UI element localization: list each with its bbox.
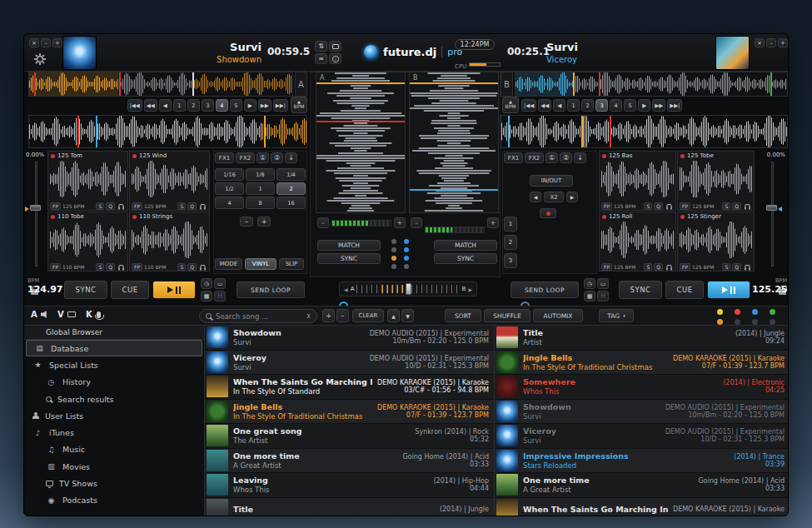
transport-button[interactable]: 1 (567, 99, 580, 112)
loop-plus-button[interactable]: + (257, 217, 271, 227)
transport-button[interactable]: ◀◀ (538, 99, 551, 112)
track-row[interactable]: One great song The Artist Synkron (2014)… (205, 424, 494, 449)
loop-fraction-button[interactable]: 2 (276, 182, 306, 195)
sample-fp-button[interactable]: FP (132, 202, 142, 210)
crossfader[interactable]: ◀ A B ▶ (339, 281, 477, 296)
deck-a-cue-button[interactable]: CUE (111, 281, 149, 299)
track-row[interactable]: Showdown Survi DEMO AUDIO (2015) | Exper… (205, 326, 494, 351)
window-button[interactable]: – (41, 38, 51, 47)
midi-icon[interactable]: ⇅ (315, 41, 327, 52)
clock-icon[interactable]: ◷ (584, 278, 595, 289)
loop-memory-button[interactable]: 1 (504, 217, 517, 232)
track-row[interactable]: Somewhere Whos This (2014) | Electronic … (495, 375, 789, 400)
sample-s-button[interactable]: S (96, 202, 104, 210)
volume-a-minus-button[interactable]: – (317, 217, 329, 228)
transport-button[interactable]: |◀◀ (127, 99, 142, 112)
deck-b-fx-slot2-button[interactable]: ② (560, 152, 572, 163)
transport-button[interactable]: ▶▶| (667, 99, 682, 112)
sidebar-item[interactable]: User Lists (24, 407, 204, 424)
settings-gear-icon[interactable] (34, 52, 46, 68)
sidebar-item[interactable]: TV Shows (24, 475, 204, 491)
sample-slot[interactable]: 125 Tobe FP 125 BPM S Q (677, 151, 755, 211)
tag-color-dot[interactable] (770, 309, 775, 315)
deck-b-pitch-handle[interactable] (766, 205, 777, 211)
sample-fp-button[interactable]: FP (680, 202, 690, 210)
transport-button[interactable]: ▶ (638, 99, 650, 112)
deck-a-fx2-button[interactable]: FX2 (236, 152, 255, 163)
sample-headphones-icon[interactable] (666, 264, 672, 269)
transport-button[interactable]: ◀ (159, 99, 172, 112)
monitor-v-toggle[interactable]: V (57, 310, 76, 319)
shuffle-button[interactable]: SHUFFLE (484, 309, 531, 322)
loop-fraction-button[interactable]: 1/4 (276, 168, 306, 181)
transport-button[interactable]: |◀◀ (521, 99, 536, 112)
sample-fp-button[interactable]: FP (50, 202, 61, 210)
loop-fraction-button[interactable]: 1 (246, 182, 275, 195)
transport-button[interactable]: ▶▶ (258, 99, 271, 112)
deck-a-album-art[interactable] (62, 36, 97, 70)
track-row[interactable]: Impressive Impressions Stars Reloaded (2… (495, 449, 789, 474)
sample-slot[interactable]: 125 Roll FP 125 BPM S Q (599, 212, 676, 271)
tag-dropdown[interactable]: TAG▾ (599, 309, 634, 322)
clear-button[interactable]: CLEAR (352, 309, 384, 322)
volume-b-plus-button[interactable]: + (487, 217, 499, 228)
deck-b-play-button[interactable] (707, 281, 750, 299)
deck-a-pitch-slider[interactable] (35, 162, 37, 266)
sample-fp-button[interactable]: FP (601, 263, 612, 271)
transport-button[interactable]: 2 (581, 99, 594, 112)
transport-button[interactable]: 4 (610, 99, 622, 112)
deck-b-album-art[interactable] (715, 36, 750, 70)
match-a-button[interactable]: MATCH (317, 240, 381, 251)
transport-button[interactable]: 4 (216, 99, 228, 112)
sample-q-button[interactable]: Q (187, 202, 197, 210)
vinyl-button[interactable]: VINYL (245, 258, 276, 270)
sample-fp-button[interactable]: FP (601, 202, 612, 210)
deck-b-send-loop-button[interactable]: SEND LOOP (511, 281, 579, 298)
sidebar-item[interactable]: ◉ Podcasts (24, 492, 204, 509)
move-up-button[interactable]: ▲ (387, 309, 400, 322)
track-row[interactable]: Leaving Whos This (2014) | Hip-Hop 04:44 (205, 473, 494, 498)
sample-fp-button[interactable]: FP (50, 263, 61, 271)
sample-slot[interactable]: 125 Wind FP 125 BPM S Q (129, 151, 210, 211)
loop-in-out-button[interactable]: IN/OUT (530, 175, 573, 187)
loop-memory-button[interactable]: 3 (504, 253, 517, 268)
sample-s-button[interactable]: S (722, 202, 730, 210)
transport-button[interactable]: 2 (187, 99, 200, 112)
transport-button[interactable]: 5 (230, 99, 242, 112)
sidebar-item[interactable]: Search results (24, 391, 204, 407)
mode-button[interactable]: MODE (215, 258, 242, 270)
dots-icon[interactable]: ∷ (214, 291, 226, 301)
transport-button[interactable]: ▶ (244, 99, 257, 112)
tag-color-dot[interactable] (752, 319, 758, 325)
sample-s-button[interactable]: S (644, 202, 652, 210)
deck-a-main-waveform[interactable] (28, 115, 307, 148)
sample-s-button[interactable]: S (96, 263, 104, 271)
search-input[interactable] (216, 312, 302, 321)
deck-b-fx2-button[interactable]: FX2 (525, 152, 544, 163)
sidebar-item[interactable]: ♫ Music (24, 441, 204, 458)
track-row[interactable]: One more time A Great Artist Going Home … (205, 449, 494, 474)
volume-b-minus-button[interactable]: – (411, 217, 422, 228)
deck-a-fx1-button[interactable]: FX1 (215, 152, 234, 163)
loop-fraction-button[interactable]: 1/16 (215, 168, 244, 181)
deck-b-bpm-button[interactable]: ▲ BPM (502, 97, 519, 113)
download-icon[interactable]: ↓ (285, 152, 297, 163)
sample-slot[interactable]: 125 Bas FP 125 BPM S Q (599, 151, 676, 211)
volume-a-plus-button[interactable]: + (394, 217, 406, 228)
sample-headphones-icon[interactable] (666, 203, 672, 208)
track-row[interactable]: One more time A Great Artist Going Home … (495, 473, 789, 498)
loop-record-button[interactable] (540, 208, 556, 218)
grid-icon[interactable]: ▦ (201, 291, 212, 301)
sidebar-item[interactable]: ★ Special Lists (24, 356, 204, 373)
deck-b-main-waveform[interactable] (501, 115, 788, 148)
volume-b-meter[interactable] (425, 227, 485, 233)
sample-headphones-icon[interactable] (118, 264, 124, 269)
loop-minus-button[interactable]: – (240, 217, 253, 227)
sort-button[interactable]: SORT (445, 309, 481, 322)
sample-slot[interactable]: 125 Tom FP 125 BPM S Q (47, 151, 128, 211)
loop-fraction-button[interactable]: 1/8 (246, 168, 275, 181)
track-row[interactable]: Showdown Survi DEMO AUDIO (2015) | Exper… (495, 400, 789, 425)
volume-a-meter[interactable] (331, 220, 391, 227)
screen-icon[interactable]: ▭ (597, 278, 609, 289)
sample-q-button[interactable]: Q (732, 202, 741, 210)
